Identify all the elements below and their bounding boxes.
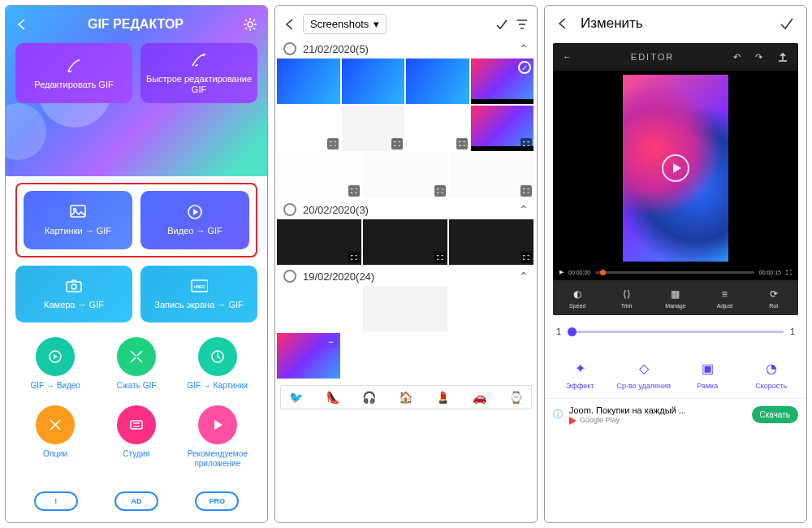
thumbnail[interactable] (363, 286, 447, 331)
back-icon[interactable] (556, 17, 569, 30)
card-camera-to-gif[interactable]: Камера → GIF (15, 266, 132, 322)
play-store-icon (569, 417, 577, 425)
thumbnail[interactable]: ⛶ (363, 219, 447, 265)
tool-studio[interactable]: Студия (97, 405, 176, 469)
ad-banner[interactable]: ⓘ Joom. Покупки на каждый ... Google Pla… (545, 398, 806, 433)
select-all-icon[interactable] (283, 203, 296, 216)
fullscreen-icon[interactable]: ⛶ (786, 270, 792, 275)
scrubber[interactable]: ▶ 00:00:00 00:00:15 ⛶ (553, 266, 798, 280)
expand-icon[interactable]: ⛶ (391, 138, 403, 149)
action-speed[interactable]: ◔Скорость (740, 359, 804, 390)
trim-icon: ⟨⟩ (621, 288, 633, 300)
expand-icon[interactable]: ⛶ (434, 252, 446, 263)
tool-manage[interactable]: ▦Manage (651, 288, 700, 309)
date-label: 21/02/2020(5) (303, 43, 369, 55)
export-icon[interactable] (777, 51, 788, 63)
thumbnail[interactable] (277, 286, 361, 331)
thumbnail[interactable] (342, 58, 405, 104)
sticker[interactable]: 🏠 (399, 391, 412, 404)
sticker[interactable]: 👠 (326, 391, 339, 404)
pro-pill[interactable]: PRO (195, 491, 239, 511)
expand-icon[interactable]: ⛶ (348, 252, 360, 263)
collapse-icon[interactable]: ⌃ (519, 203, 529, 216)
card-label: Картинки → GIF (45, 226, 111, 236)
slider-track[interactable] (568, 331, 784, 333)
tool-gif-to-pics[interactable]: GIF → Картинки (178, 337, 257, 391)
collapse-icon[interactable]: ⌃ (519, 270, 529, 283)
ad-store: Google Play (580, 416, 620, 425)
confirm-icon[interactable] (495, 17, 509, 32)
thumbnail[interactable]: − (277, 333, 340, 379)
range-slider[interactable]: 1 1 (545, 315, 806, 340)
select-all-icon[interactable] (283, 270, 296, 283)
card-video-to-gif[interactable]: Видео → GIF (140, 191, 249, 249)
expand-icon[interactable]: ⛶ (434, 185, 446, 197)
action-removal[interactable]: ◇Ср-во удаления (612, 359, 676, 390)
redo-icon[interactable]: ↷ (755, 52, 762, 63)
thumbnail[interactable]: ⛶ (471, 106, 534, 151)
thumbnail[interactable] (277, 58, 340, 104)
sticker[interactable]: 💄 (436, 391, 450, 404)
card-pics-to-gif[interactable]: Картинки → GIF (24, 191, 132, 249)
remove-icon[interactable]: − (325, 335, 338, 348)
card-screenrec-to-gif[interactable]: •REC Запись экрана → GIF (140, 266, 257, 322)
sticker[interactable]: 🐦 (289, 391, 303, 404)
confirm-icon[interactable] (779, 15, 795, 32)
tool-rotate[interactable]: ⟳Rot (749, 288, 798, 309)
thumbnail[interactable]: ⛶ (342, 106, 405, 151)
collapse-icon[interactable]: ⌃ (519, 42, 529, 55)
back-icon[interactable] (283, 18, 296, 31)
expand-icon[interactable]: ⛶ (456, 138, 468, 149)
sticker[interactable]: 🎧 (362, 391, 376, 404)
undo-icon[interactable]: ↶ (733, 52, 741, 63)
scrub-track[interactable] (595, 271, 754, 274)
date-section-3[interactable]: 19/02/2020(24)⌃ (275, 266, 537, 284)
tool-adjust[interactable]: ≡Adjust (700, 288, 749, 309)
play-button[interactable] (662, 154, 689, 182)
tool-options[interactable]: Опции (15, 405, 95, 469)
filter-icon[interactable] (516, 18, 529, 31)
settings-icon[interactable] (243, 17, 257, 32)
sticker[interactable]: 🚗 (473, 391, 486, 404)
card-edit-gif[interactable]: Редактировать GIF (15, 43, 132, 103)
card-quick-edit[interactable]: Быстрое редактирование GIF (140, 43, 257, 103)
expand-icon[interactable]: ⛶ (520, 252, 532, 263)
date-section-1[interactable]: 21/02/2020(5)⌃ (275, 39, 537, 57)
thumbnail-selected[interactable]: ✓ (471, 58, 534, 104)
sticker[interactable]: ⌚ (509, 391, 523, 404)
thumbnail[interactable] (449, 286, 533, 331)
thumbnail[interactable]: ⛶ (277, 106, 340, 151)
date-section-2[interactable]: 20/02/2020(3)⌃ (275, 200, 537, 218)
ad-pill[interactable]: AD (114, 491, 158, 511)
editor-label: EDITOR (586, 52, 719, 62)
select-all-icon[interactable] (283, 42, 296, 55)
expand-icon[interactable]: ⛶ (327, 138, 339, 149)
thumbnail[interactable] (406, 58, 469, 104)
tool-gif-to-video[interactable]: GIF → Видео (15, 337, 95, 391)
ad-close-icon[interactable]: ⓘ (553, 408, 563, 422)
gauge-icon: ◐ (572, 288, 583, 300)
tool-speed[interactable]: ◐Speed (553, 288, 602, 309)
tool-trim[interactable]: ⟨⟩Trim (602, 288, 650, 309)
expand-icon[interactable]: ⛶ (520, 185, 532, 197)
download-button[interactable]: Скачать (752, 406, 799, 423)
thumbnail[interactable]: ⛶ (406, 106, 469, 151)
thumbnail[interactable]: ⛶ (363, 153, 447, 198)
editor-back-icon[interactable]: ← (563, 52, 572, 62)
thumbnail[interactable]: ⛶ (277, 153, 361, 198)
play-small-icon[interactable]: ▶ (559, 269, 564, 275)
thumbnail[interactable]: ⛶ (449, 219, 533, 265)
thumbnail[interactable]: ⛶ (277, 219, 361, 265)
svg-rect-4 (67, 282, 81, 292)
tool-recommended-app[interactable]: Рекомендуемое приложение (178, 405, 257, 469)
back-icon[interactable] (15, 18, 28, 31)
info-pill[interactable]: ! (34, 491, 78, 511)
tool-compress-gif[interactable]: Сжать GIF (97, 337, 176, 391)
action-effect[interactable]: ✦Эффект (548, 359, 612, 390)
thumbnail[interactable]: ⛶ (449, 153, 533, 198)
expand-icon[interactable]: ⛶ (348, 185, 360, 197)
folder-dropdown[interactable]: Screenshots ▾ (303, 14, 387, 34)
video-preview[interactable] (623, 75, 728, 262)
time-start: 00:00:00 (568, 270, 590, 275)
action-frame[interactable]: ▣Рамка (676, 359, 740, 390)
